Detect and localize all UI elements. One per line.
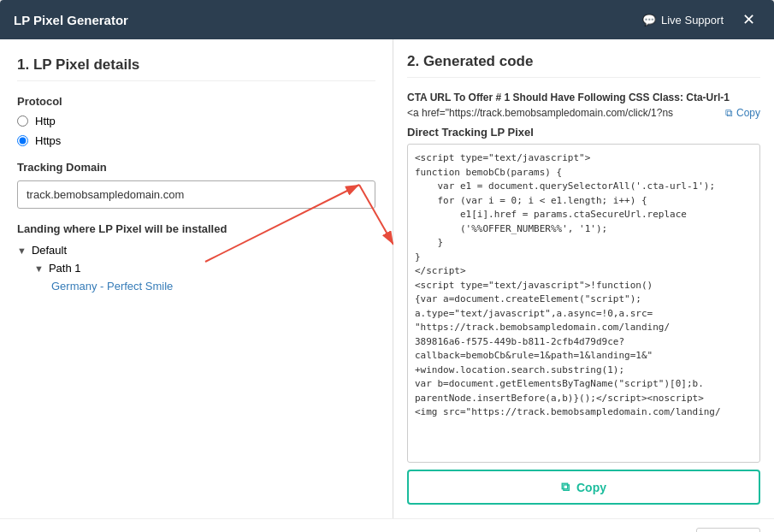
path-tree-item: ▼ Path 1: [34, 262, 375, 275]
modal-footer: Close: [0, 518, 774, 532]
copy-inline-icon: ⧉: [725, 107, 733, 119]
live-support-button[interactable]: 💬 Live Support: [642, 14, 724, 27]
landing-label: Landing where LP Pixel will be installed: [17, 222, 375, 235]
https-radio-label[interactable]: Https: [17, 134, 375, 147]
right-section-title: 2. Generated code: [407, 53, 760, 78]
close-footer-button[interactable]: Close: [696, 528, 760, 532]
copy-inline-label: Copy: [736, 107, 760, 119]
tracking-domain-input[interactable]: [17, 180, 375, 209]
left-panel: 1. LP Pixel details Protocol Http Https …: [0, 39, 393, 518]
cta-url-text: <a href="https://track.bemobsampledomain…: [407, 107, 718, 119]
live-support-label: Live Support: [661, 14, 724, 27]
copy-inline-button[interactable]: ⧉ Copy: [725, 107, 760, 119]
copy-button[interactable]: ⧉ Copy: [407, 470, 760, 505]
landing-link[interactable]: Germany - Perfect Smile: [51, 280, 173, 293]
modal-body: 1. LP Pixel details Protocol Http Https …: [0, 39, 774, 518]
protocol-radio-group: Http Https: [17, 115, 375, 147]
default-arrow: ▼: [17, 245, 27, 256]
copy-button-icon: ⧉: [561, 480, 570, 494]
modal-header: LP Pixel Generator 💬 Live Support ✕: [0, 0, 774, 39]
https-label: Https: [35, 134, 61, 147]
http-radio[interactable]: [17, 115, 28, 127]
modal-title: LP Pixel Generator: [14, 13, 128, 27]
default-label: Default: [32, 244, 67, 257]
right-panel: 2. Generated code CTA URL To Offer # 1 S…: [393, 39, 774, 518]
protocol-label: Protocol: [17, 95, 375, 108]
path-label: Path 1: [49, 262, 81, 275]
cta-url-row: <a href="https://track.bemobsampledomain…: [407, 107, 760, 119]
default-tree-item: ▼ Default: [17, 244, 375, 257]
tracking-domain-label: Tracking Domain: [17, 161, 375, 174]
chat-icon: 💬: [642, 14, 656, 27]
left-section-title: 1. LP Pixel details: [17, 56, 375, 81]
direct-tracking-label: Direct Tracking LP Pixel: [407, 126, 760, 139]
http-radio-label[interactable]: Http: [17, 115, 375, 127]
http-label: Http: [35, 115, 56, 127]
close-button[interactable]: ✕: [737, 9, 760, 31]
https-radio[interactable]: [17, 135, 28, 146]
path-arrow: ▼: [34, 263, 44, 274]
cta-url-label: CTA URL To Offer # 1 Should Have Followi…: [407, 92, 760, 103]
modal-container: LP Pixel Generator 💬 Live Support ✕ 1. L…: [0, 0, 774, 532]
code-textarea[interactable]: [407, 144, 760, 463]
copy-button-label: Copy: [576, 481, 606, 494]
header-right: 💬 Live Support ✕: [642, 9, 760, 31]
landing-tree-item[interactable]: Germany - Perfect Smile: [51, 280, 375, 293]
